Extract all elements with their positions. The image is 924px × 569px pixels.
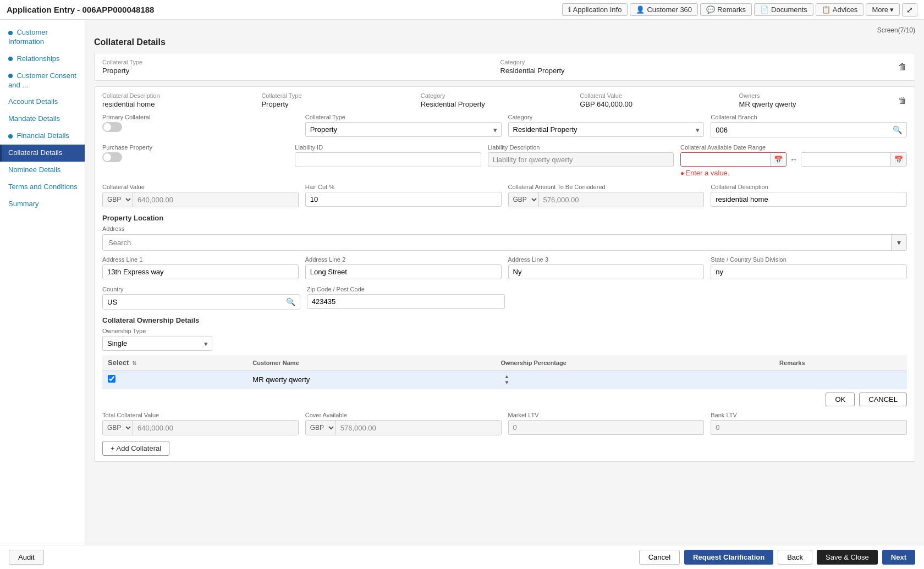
collateral-value-group: Collateral Value GBPUSDEUR (102, 184, 299, 207)
advices-icon: 📋 (822, 5, 831, 14)
bottom-left: Audit (9, 550, 44, 565)
collateral-card-delete[interactable]: 🗑 (898, 62, 907, 72)
calendar-from-icon[interactable]: 📅 (770, 153, 786, 166)
ok-button[interactable]: OK (826, 393, 855, 406)
haircut-input[interactable] (305, 192, 502, 207)
date-from-wrapper: 📅 (680, 152, 787, 167)
documents-button[interactable]: 📄 Documents (754, 3, 813, 16)
address-search-input[interactable] (103, 235, 891, 250)
ownership-type-select[interactable]: Single Joint (102, 336, 212, 351)
detail-type-field: Collateral Type Property (261, 92, 415, 108)
row-customer-name: MR qwerty qwerty (247, 371, 495, 389)
collateral-amt-currency-select[interactable]: GBPUSDEUR (509, 192, 539, 207)
next-button[interactable]: Next (882, 550, 915, 565)
pct-down-btn[interactable]: ▼ (504, 380, 510, 385)
market-ltv-input (508, 420, 705, 435)
total-currency-select[interactable]: GBP (103, 421, 133, 435)
sidebar-item-summary[interactable]: Summary (0, 196, 85, 213)
row-remarks (774, 371, 907, 389)
form-row-3: Collateral Value GBPUSDEUR Hair Cut % Co… (102, 184, 907, 207)
collateral-value-input[interactable] (133, 192, 298, 207)
date-from-input[interactable] (681, 153, 770, 166)
sidebar-item-collateral-details[interactable]: Collateral Details (0, 145, 85, 162)
detail-desc-field: Collateral Description residential home (102, 92, 256, 108)
more-dropdown-icon: ▾ (890, 5, 894, 14)
collateral-desc-input[interactable] (711, 192, 907, 207)
collateral-desc-group: Collateral Description (711, 184, 907, 207)
sidebar-item-customer-information[interactable]: Customer Information (0, 24, 85, 51)
sidebar-item-nominee-details[interactable]: Nominee Details (0, 162, 85, 179)
date-to-wrapper: 📅 (801, 152, 907, 167)
request-clarification-button[interactable]: Request Clarification (684, 550, 773, 565)
country-search-icon[interactable]: 🔍 (282, 295, 300, 309)
back-button[interactable]: Back (778, 550, 812, 565)
address-row-2: Country 🔍 Zip Code / Post Code (102, 286, 907, 310)
purchase-property-toggle[interactable] (102, 152, 122, 162)
pct-up-btn[interactable]: ▲ (504, 374, 510, 379)
cover-available-group: Cover Available GBP (305, 412, 502, 435)
collateral-branch-input[interactable] (711, 123, 888, 137)
cancel-small-button[interactable]: CANCEL (859, 393, 907, 406)
country-input[interactable] (103, 295, 282, 309)
app-info-button[interactable]: ℹ Application Info (562, 3, 628, 16)
address1-input[interactable] (102, 264, 299, 279)
col-customer-name: Customer Name (247, 355, 495, 371)
sidebar-item-account-details[interactable]: Account Details (0, 93, 85, 111)
collateral-type-select-wrapper: Property Vehicle Gold Insurance (305, 122, 502, 137)
table-row: MR qwerty qwerty ▲ ▼ (102, 371, 907, 389)
row-select-cell (102, 371, 247, 389)
error-icon: ● (680, 169, 684, 177)
content-area: Screen(7/10) Collateral Details Collater… (85, 20, 924, 545)
liability-id-group: Liability ID (295, 144, 481, 177)
customer-360-button[interactable]: 👤 Customer 360 (630, 3, 698, 16)
address-dropdown-icon[interactable]: ▾ (891, 235, 906, 250)
add-collateral-button[interactable]: + Add Collateral (102, 441, 169, 456)
dot-icon (8, 74, 13, 78)
sidebar: Customer Information Relationships Custo… (0, 20, 85, 545)
sidebar-item-financial-details[interactable]: Financial Details (0, 128, 85, 145)
collateral-type-select[interactable]: Property Vehicle Gold Insurance (305, 122, 502, 137)
resize-button[interactable]: ⤢ (902, 3, 917, 16)
date-range-group: Collateral Available Date Range 📅 ↔ 📅 (680, 144, 907, 177)
address2-input[interactable] (305, 264, 502, 279)
address1-group: Address Line 1 (102, 256, 299, 279)
cover-currency-select[interactable]: GBP (306, 421, 336, 435)
state-input[interactable] (711, 264, 907, 279)
totals-row: Total Collateral Value GBP Cover Availab… (102, 412, 907, 435)
dot-icon (8, 57, 13, 61)
primary-collateral-toggle[interactable] (102, 122, 122, 132)
more-button[interactable]: More ▾ (866, 3, 900, 16)
collateral-currency-select[interactable]: GBPUSDEUR (103, 192, 133, 207)
col-remarks: Remarks (774, 355, 907, 371)
category-select-wrapper: Residential Property Commercial Property… (508, 122, 705, 137)
remarks-button[interactable]: 💬 Remarks (700, 3, 752, 16)
address3-input[interactable] (508, 264, 705, 279)
date-range-arrow: ↔ (789, 155, 799, 164)
audit-button[interactable]: Audit (9, 550, 44, 565)
collateral-type-group: Collateral Type Property Vehicle Gold In… (305, 114, 502, 137)
advices-button[interactable]: 📋 Advices (816, 3, 864, 16)
row-ownership-pct: ▲ ▼ (496, 371, 774, 389)
market-ltv-group: Market LTV (508, 412, 705, 435)
liability-id-input[interactable] (295, 152, 481, 167)
date-to-input[interactable] (801, 153, 890, 166)
sidebar-item-relationships[interactable]: Relationships (0, 51, 85, 68)
sidebar-item-customer-consent[interactable]: Customer Consent and ... (0, 68, 85, 94)
cancel-button[interactable]: Cancel (639, 550, 680, 565)
collateral-type-field: Collateral Type Property (102, 59, 495, 75)
date-error-msg: ● Enter a value. (680, 169, 907, 177)
save-close-button[interactable]: Save & Close (817, 550, 878, 565)
detail-delete-icon[interactable]: 🗑 (898, 96, 907, 106)
ownership-section: Collateral Ownership Details Ownership T… (102, 316, 907, 406)
category-select[interactable]: Residential Property Commercial Property… (508, 122, 705, 137)
zip-input[interactable] (307, 294, 505, 309)
collateral-amt-input (539, 192, 704, 207)
primary-collateral-group: Primary Collateral (102, 114, 299, 137)
select-sort-icon[interactable]: ⇅ (132, 360, 136, 366)
search-icon[interactable]: 🔍 (888, 123, 906, 137)
sidebar-item-terms-conditions[interactable]: Terms and Conditions (0, 179, 85, 196)
dot-icon (8, 134, 13, 139)
calendar-to-icon[interactable]: 📅 (890, 153, 906, 166)
row-checkbox[interactable] (108, 375, 116, 383)
sidebar-item-mandate-details[interactable]: Mandate Details (0, 111, 85, 128)
